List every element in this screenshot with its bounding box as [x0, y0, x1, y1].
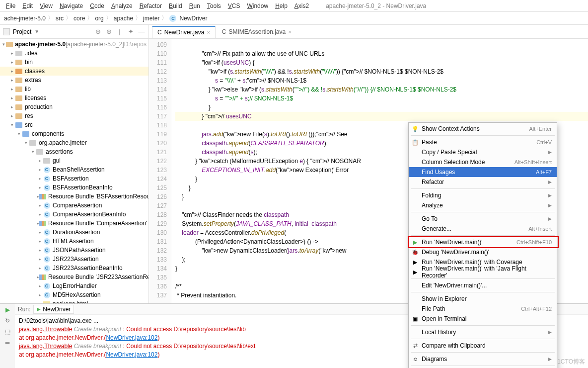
tree-item[interactable]: ▸CHTMLAssertion [0, 237, 148, 246]
tree-item[interactable]: ▸production [0, 102, 148, 111]
menu-navigate[interactable]: Navigate [57, 1, 86, 10]
stop-icon[interactable]: ⬚ [3, 328, 11, 336]
menu-file[interactable]: File [3, 1, 18, 10]
menu-analyze[interactable]: Analyze [108, 1, 136, 10]
editor-tab[interactable]: CSMIMEAssertion.java× [217, 26, 297, 38]
expand-icon[interactable]: ⊕ [105, 28, 113, 36]
menu-help[interactable]: Help [272, 1, 291, 10]
tree-item[interactable]: ▸CBSFAssertion [0, 174, 148, 183]
context-menu-item[interactable]: ▶Run 'NewDriver.main()'Ctrl+Shift+F10 [409, 237, 557, 247]
tree-item[interactable]: ▸licenses [0, 93, 148, 102]
context-menu-item[interactable]: Refactor▶ [409, 177, 557, 187]
tree-item[interactable]: ▾assertions [0, 147, 148, 156]
context-menu-item[interactable]: Edit 'NewDriver.main()'... [409, 280, 557, 290]
menu-build[interactable]: Build [166, 1, 185, 10]
tree-item[interactable]: ▸bin [0, 58, 148, 67]
menu-refactor[interactable]: Refactor [137, 1, 165, 10]
menu-item-icon: ⇄ [411, 342, 419, 350]
context-menu-item[interactable]: 🐞Debug 'NewDriver.main()' [409, 247, 557, 257]
tree-item[interactable]: ▸Resource Bundle 'BSFAssertionResources' [0, 192, 148, 201]
menu-bar: FileEditViewNavigateCodeAnalyzeRefactorB… [0, 0, 588, 12]
close-icon[interactable]: × [207, 29, 210, 35]
context-menu-item[interactable]: Local History▶ [409, 327, 557, 337]
context-menu-item[interactable]: File PathCtrl+Alt+F12 [409, 304, 557, 314]
run-tab-label: NewDriver [43, 306, 71, 313]
tree-item[interactable]: ▸CCompareAssertionBeanInfo [0, 210, 148, 219]
context-menu-item[interactable]: Go To▶ [409, 214, 557, 224]
project-toolwindow-header: Project ▼ ⊖ ⊕ | ✦ — [0, 25, 148, 39]
context-menu-item[interactable]: ▣Open in Terminal [409, 314, 557, 324]
hide-icon[interactable]: — [138, 28, 146, 36]
tree-item[interactable]: ▸res [0, 111, 148, 120]
tree-item[interactable]: ▸classes [0, 67, 148, 76]
tree-item[interactable]: ▸CJSONPathAssertion [0, 246, 148, 255]
menu-item-icon: 📋 [411, 138, 419, 146]
menu-item-label: Run 'NewDriver.main()' with Coverage [422, 259, 522, 266]
context-menu-item[interactable]: 💡Show Context ActionsAlt+Enter [409, 124, 557, 134]
settings-icon[interactable]: ✦ [127, 28, 135, 36]
crumb-segment[interactable]: core [74, 15, 85, 22]
menu-edit[interactable]: Edit [19, 1, 36, 10]
context-menu-item[interactable]: Folding▶ [409, 190, 557, 200]
context-menu-item[interactable]: Generate...Alt+Insert [409, 224, 557, 234]
tree-item[interactable]: ▾components [0, 129, 148, 138]
tree-item[interactable]: ▸CBSFAssertionBeanInfo [0, 183, 148, 192]
menu-item-label: Run 'NewDriver.main()' [422, 239, 483, 246]
menu-item-label: Analyze [422, 202, 443, 209]
tree-root[interactable]: ▾apache-jmeter-5.0 [apache-jmeter-5.0_2]… [0, 40, 148, 49]
tree-item[interactable]: ▸extras [0, 76, 148, 85]
tree-item[interactable]: ▸gui [0, 156, 148, 165]
menu-vcs[interactable]: VCS [225, 1, 243, 10]
context-menu-item[interactable]: Show in Explorer [409, 294, 557, 304]
tree-item[interactable]: ▸CDurationAssertion [0, 228, 148, 237]
tree-item[interactable]: ▾org.apache.jmeter [0, 138, 148, 147]
menu-item-label: Refactor [422, 179, 444, 185]
tree-item[interactable]: ▸CJSR223AssertionBeanInfo [0, 264, 148, 273]
menu-view[interactable]: View [37, 1, 56, 10]
menu-run[interactable]: Run [186, 1, 203, 10]
run-config-tab[interactable]: ▶ NewDriver [33, 305, 74, 314]
tree-item[interactable]: ▸lib [0, 85, 148, 93]
menu-tools[interactable]: Tools [204, 1, 224, 10]
context-menu-item[interactable]: 📋PasteCtrl+V [409, 137, 557, 147]
context-menu-item[interactable]: Copy / Paste Special▶ [409, 147, 557, 157]
run-tab-icon: ▶ [37, 306, 41, 312]
context-menu-item[interactable]: ⇄Compare with Clipboard [409, 341, 557, 351]
context-menu-item[interactable]: Analyze▶ [409, 200, 557, 210]
tree-item[interactable]: ▸CLogErrorHandler [0, 281, 148, 290]
menu-axis2[interactable]: Axis2 [292, 1, 312, 10]
filter-icon[interactable]: ═ [3, 339, 11, 347]
project-tree[interactable]: ▾apache-jmeter-5.0 [apache-jmeter-5.0_2]… [0, 39, 148, 303]
context-menu-item[interactable]: ⎊Diagrams▶ [409, 354, 557, 364]
tree-item[interactable]: ▾src [0, 120, 148, 129]
tree-item[interactable]: ▸CJSR223Assertion [0, 255, 148, 264]
context-menu-item[interactable]: Column Selection ModeAlt+Shift+Insert [409, 157, 557, 167]
menu-window[interactable]: Window [244, 1, 271, 10]
tree-item[interactable]: ▸CBeanShellAssertion [0, 165, 148, 174]
project-icon [3, 28, 10, 35]
crumb-segment[interactable]: org [95, 15, 103, 22]
tree-item[interactable]: ▸Resource Bundle 'CompareAssertion' [0, 219, 148, 228]
collapse-icon[interactable]: ⊖ [94, 28, 102, 36]
editor-context-menu[interactable]: 💡Show Context ActionsAlt+Enter📋PasteCtrl… [408, 122, 557, 368]
editor-tab[interactable]: CNewDriver.java× [152, 26, 216, 38]
context-menu-item[interactable]: Find UsagesAlt+F7 [409, 167, 557, 177]
crumb-file[interactable]: NewDriver [179, 15, 207, 22]
run-icon[interactable]: ▶ [3, 306, 11, 314]
dropdown-icon[interactable]: ▼ [34, 29, 39, 34]
rerun-icon[interactable]: ↻ [3, 317, 11, 325]
tree-item[interactable]: ▸CCompareAssertion [0, 201, 148, 210]
menu-item-label: Go To [422, 215, 438, 222]
context-menu-item[interactable]: ▶Run 'NewDriver.main()' with 'Java Fligh… [409, 267, 557, 277]
close-icon[interactable]: × [288, 29, 291, 35]
tree-item[interactable]: ▸.idea [0, 49, 148, 58]
crumb-segment[interactable]: apache [114, 15, 133, 22]
crumb-segment[interactable]: jmeter [143, 15, 159, 22]
tree-item[interactable]: ▸CMD5HexAssertion [0, 290, 148, 299]
line-gutter: 1091101111121131141151161171181191201211… [149, 39, 171, 303]
menu-code[interactable]: Code [87, 1, 107, 10]
crumb-segment[interactable]: ache-jmeter-5.0 [4, 15, 46, 22]
crumb-segment[interactable]: src [56, 15, 64, 22]
tree-item[interactable]: package.html [0, 299, 148, 303]
tree-item[interactable]: ▸Resource Bundle 'JSR223AssertionResourc… [0, 273, 148, 281]
